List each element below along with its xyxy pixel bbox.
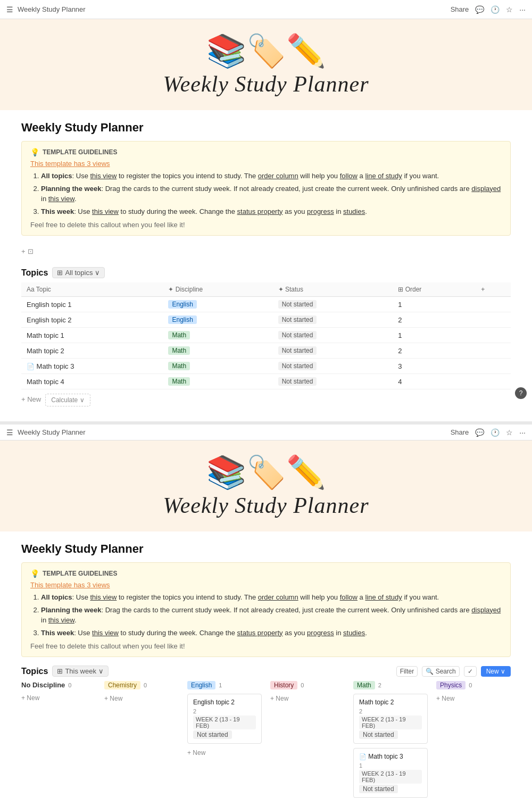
kanban-card-status: Not started [359, 730, 398, 739]
topics-view-icon-1: ⊞ [57, 269, 63, 277]
comment-icon-1[interactable]: 💬 [475, 5, 484, 14]
table-row[interactable]: Math topic 2MathNot started2 [21, 343, 511, 359]
kanban-card-status: Not started [359, 785, 398, 793]
callout-1: 💡 TEMPLATE GUIDELINES This template has … [21, 141, 511, 236]
section-2-title: Weekly Study Planner [21, 542, 511, 556]
cell-topic: English topic 2 [21, 312, 163, 328]
cell-discipline: Math [163, 343, 272, 359]
kanban-card-title: 📄 Math topic 3 [359, 753, 422, 760]
kanban-view-icon: ⊞ [57, 667, 63, 675]
hamburger-icon[interactable]: ☰ [6, 5, 13, 14]
share-button-1[interactable]: Share [451, 5, 469, 13]
sort-button[interactable]: ✓ [464, 666, 477, 677]
table-row[interactable]: English topic 2EnglishNot started2 [21, 312, 511, 328]
table-row[interactable]: English topic 1EnglishNot started1 [21, 297, 511, 312]
table-row[interactable]: Math topic 1MathNot started1 [21, 328, 511, 343]
cell-order: 2 [393, 343, 476, 359]
new-btn-label: New ∨ [486, 668, 505, 675]
callout-2-header: 💡 TEMPLATE GUIDELINES [30, 569, 502, 578]
share-button-2[interactable]: Share [451, 428, 469, 436]
navbar-1: ☰ Weekly Study Planner Share 💬 🕐 ☆ ··· [0, 0, 532, 19]
col-order-1[interactable]: ⊞ Order [393, 282, 476, 297]
kanban-card[interactable]: 📄 Math topic 31WEEK 2 (13 - 19 FEB)Not s… [353, 748, 428, 798]
callout-1-footer: Feel free to delete this callout when yo… [30, 221, 502, 229]
cell-plus [476, 374, 511, 389]
cell-plus [476, 343, 511, 359]
callout-2-list: All topics: Use this view to register th… [30, 592, 502, 638]
clock-icon-2[interactable]: 🕐 [491, 428, 500, 437]
cell-status: Not started [273, 328, 393, 343]
cell-order: 1 [393, 328, 476, 343]
topics-view-btn-1[interactable]: ⊞ All topics ∨ [52, 267, 105, 278]
kanban-card[interactable]: Math topic 22WEEK 2 (13 - 19 FEB)Not sta… [353, 694, 428, 744]
callout-1-list: All topics: Use this view to register th… [30, 171, 502, 217]
cell-plus [476, 297, 511, 312]
callout-1-item-3: This week: Use this view to study during… [41, 206, 502, 217]
star-icon-2[interactable]: ☆ [506, 428, 513, 437]
kanban-card[interactable]: English topic 22WEEK 2 (13 - 19 FEB)Not … [187, 694, 262, 744]
kanban-col-header: History0 [270, 681, 345, 689]
topics-table-1: Aa Topic ✦ Discipline ✦ Status ⊞ Order +… [21, 282, 511, 389]
search-button[interactable]: 🔍 Search [422, 666, 459, 677]
hero-banner-2: 📚🏷️✏️ Weekly Study Planner [0, 440, 532, 531]
add-block-1[interactable]: +⊡ [21, 244, 511, 259]
callout-1-link-line: This template has 3 views [30, 160, 502, 168]
cell-order: 4 [393, 374, 476, 389]
comment-icon-2[interactable]: 💬 [475, 428, 484, 437]
kanban-view-btn[interactable]: ⊞ This week ∨ [52, 666, 108, 677]
kanban-add-button[interactable]: + New [436, 694, 511, 703]
star-icon-1[interactable]: ☆ [506, 5, 513, 14]
kanban-add-button[interactable]: + New [187, 748, 262, 758]
callout-1-header: 💡 TEMPLATE GUIDELINES [30, 148, 502, 156]
table-row[interactable]: Math topic 4MathNot started4 [21, 374, 511, 389]
kanban-col-count: 0 [469, 682, 472, 688]
kanban-header-right: Filter 🔍 Search ✓ New ∨ [396, 666, 511, 677]
cell-status: Not started [273, 312, 393, 328]
cell-status: Not started [273, 343, 393, 359]
more-icon-2[interactable]: ··· [519, 428, 526, 437]
table-row[interactable]: 📄 Math topic 3MathNot started3 [21, 359, 511, 374]
kanban-card-title: Math topic 2 [359, 699, 422, 706]
add-new-row-1[interactable]: + New [21, 392, 41, 406]
kanban-col-count: 0 [301, 682, 304, 688]
navbar-left-2: ☰ Weekly Study Planner [6, 428, 86, 437]
hamburger-icon-2[interactable]: ☰ [6, 428, 13, 437]
kanban-header-left: Topics ⊞ This week ∨ [21, 666, 109, 677]
col-status-1[interactable]: ✦ Status [273, 282, 393, 297]
clock-icon-1[interactable]: 🕐 [491, 5, 500, 14]
kanban-card-status: Not started [193, 730, 232, 739]
kanban-card-title: English topic 2 [193, 699, 256, 706]
kanban-col-tag: Chemistry [104, 681, 140, 689]
kanban-col-header: Math2 [353, 681, 428, 689]
callout-2-footer: Feel free to delete this callout when yo… [30, 642, 502, 650]
col-add-1[interactable]: + [476, 282, 511, 297]
kanban-card-order: 1 [359, 762, 422, 769]
kanban-card-order: 2 [193, 708, 256, 714]
section-2: Weekly Study Planner 💡 TEMPLATE GUIDELIN… [0, 531, 532, 798]
kanban-col-header: English1 [187, 681, 262, 689]
callout-1-link[interactable]: This template has 3 views [30, 160, 110, 168]
col-topic-1[interactable]: Aa Topic [21, 282, 163, 297]
filter-button[interactable]: Filter [396, 666, 418, 677]
hero-banner-1: 📚🏷️✏️ Weekly Study Planner [0, 19, 532, 110]
kanban-col-header: Physics0 [436, 681, 511, 689]
callout-2-link[interactable]: This template has 3 views [30, 581, 110, 589]
more-icon-1[interactable]: ··· [519, 5, 526, 14]
navbar-right-2: Share 💬 🕐 ☆ ··· [451, 428, 526, 437]
kanban-add-button[interactable]: + New [270, 694, 345, 703]
table-header-1: Aa Topic ✦ Discipline ✦ Status ⊞ Order + [21, 282, 511, 297]
cell-discipline: Math [163, 359, 272, 374]
kanban-add-button[interactable]: + New [104, 694, 179, 703]
kanban-add-button[interactable]: + New [21, 693, 96, 703]
calculate-btn-1[interactable]: Calculate ∨ [45, 394, 90, 406]
kanban-card-week: WEEK 2 (13 - 19 FEB) [359, 770, 422, 784]
section-1: Weekly Study Planner 💡 TEMPLATE GUIDELIN… [0, 110, 532, 421]
topics-header-1: Topics ⊞ All topics ∨ [21, 267, 511, 278]
callout-2-link-line: This template has 3 views [30, 581, 502, 589]
col-discipline-1[interactable]: ✦ Discipline [163, 282, 272, 297]
navbar-page-title-1: Weekly Study Planner [18, 5, 86, 13]
new-button[interactable]: New ∨ [481, 666, 511, 677]
navbar-2: ☰ Weekly Study Planner Share 💬 🕐 ☆ ··· [0, 421, 532, 440]
help-button[interactable]: ? [515, 387, 527, 399]
hero-books-2: 📚🏷️✏️ [206, 456, 326, 488]
